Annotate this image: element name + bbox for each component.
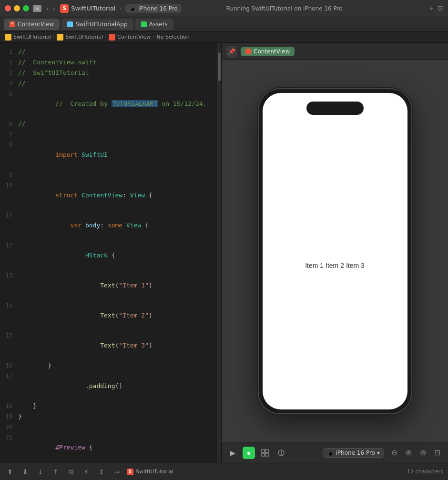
add-icon[interactable]: ＋ [428, 4, 435, 13]
nav-forward-button[interactable]: › [51, 5, 57, 12]
code-line: 4 // [0, 78, 221, 89]
code-line: 14 Text("Item 2") [0, 300, 221, 330]
zoom-reset-button[interactable]: ⊡ [431, 447, 443, 459]
editor-scrollbar[interactable] [217, 43, 221, 463]
code-line: 9 [0, 170, 221, 180]
play-button[interactable]: ▶ [226, 447, 239, 459]
bc-sep-1: › [53, 34, 55, 40]
minimize-button[interactable] [14, 5, 20, 11]
grid-view-button[interactable] [259, 447, 271, 459]
bc-group[interactable]: SwiftUITutorial [65, 34, 103, 40]
preview-title-label: ContentView [254, 48, 290, 55]
statusbar-right: 12 characters [407, 469, 443, 475]
preview-item-3: Item 3 [346, 262, 365, 269]
code-line: 19 } [0, 411, 221, 422]
code-line: 20 [0, 422, 221, 432]
tab-content-view[interactable]: S ContentView [4, 19, 60, 30]
iphone-screen: Item 1 Item 2 Item 3 [263, 93, 407, 409]
statusbar-left: ⬆ ⬇ ↓ ↑ ⊞ ⚡ ↕ → S SwiftUITutorial [5, 467, 173, 477]
status-icon-3[interactable]: ↓ [35, 467, 46, 477]
code-line: 16 } [0, 360, 221, 371]
scrollbar-thumb[interactable] [218, 52, 221, 81]
status-icon-6[interactable]: ⚡ [81, 467, 92, 477]
svg-rect-0 [262, 449, 265, 452]
bc-file-icon [109, 34, 115, 41]
code-line: 6 // [0, 119, 221, 129]
status-icon-1[interactable]: ⬆ [5, 467, 15, 477]
titlebar: ⊞ ‹ › S SwiftUITutorial › 📱 iPhone 16 Pr… [0, 0, 448, 17]
svg-rect-2 [262, 453, 265, 456]
zoom-out-button[interactable]: ⊖ [388, 447, 400, 459]
tab-assets[interactable]: Assets [135, 19, 173, 30]
device-icon: 📱 [129, 5, 136, 12]
iphone-frame: Item 1 Item 2 Item 3 [259, 89, 411, 413]
breadcrumb: SwiftUITutorial › SwiftUITutorial › Cont… [0, 31, 448, 43]
svg-rect-1 [265, 449, 268, 452]
zoom-in-button[interactable]: ⊕ [417, 447, 429, 459]
live-preview-button[interactable]: ● [243, 447, 255, 459]
preview-canvas: Item 1 Item 2 Item 3 [222, 60, 448, 442]
swift-icon: S [60, 4, 69, 13]
window-controls-icon[interactable]: ⊡ [438, 4, 443, 13]
code-line: 5 // Created by TUTORIALKART on 15/12/24… [0, 89, 221, 119]
code-line: 8 import SwiftUI [0, 140, 221, 170]
status-icon-5[interactable]: ⊞ [66, 467, 76, 477]
zoom-controls: ⊖ ⊕ ⊕ ⊡ [388, 447, 443, 459]
bc-group-icon [57, 34, 63, 41]
breadcrumb-sep: › [119, 5, 122, 12]
iphone-notch [306, 102, 364, 115]
tabbar: S ContentView SwiftUITutorialApp Assets [0, 17, 448, 31]
preview-panel: 📌 ContentView Item 1 Item 2 Item 3 [222, 43, 448, 463]
code-area: 1 // 2 // ContentView.swift 3 // SwiftUI… [0, 43, 221, 463]
code-line: 2 // ContentView.swift [0, 57, 221, 68]
code-line: 22 ContentView() [0, 462, 221, 463]
bc-sep-2: › [105, 34, 107, 40]
code-line: 15 Text("Item 3") [0, 330, 221, 360]
content-view-icon [245, 49, 251, 54]
swift-file-icon: S [10, 21, 15, 27]
close-button[interactable] [5, 5, 11, 11]
project-title: S SwiftUITutorial [60, 4, 115, 13]
code-editor[interactable]: 1 // 2 // ContentView.swift 3 // SwiftUI… [0, 43, 222, 463]
code-line: 12 HStack { [0, 240, 221, 270]
traffic-lights [5, 5, 29, 11]
code-line: 3 // SwiftUITutorial [0, 68, 221, 78]
device-selector[interactable]: 📱 iPhone 16 Pro ▾ [323, 448, 384, 458]
status-icon-7[interactable]: ↕ [96, 467, 107, 477]
phone-icon: 📱 [327, 449, 334, 456]
preview-item-2: Item 2 [326, 262, 344, 269]
sidebar-toggle-icon[interactable]: ⊞ [33, 5, 41, 12]
code-line: 11 var body: some View { [0, 210, 221, 240]
assets-icon [141, 21, 147, 27]
zoom-fit-button[interactable]: ⊕ [402, 447, 415, 459]
inspector-button[interactable] [275, 447, 287, 459]
preview-item-1: Item 1 [305, 262, 324, 269]
code-line: 7 [0, 129, 221, 140]
nav-back-button[interactable]: ‹ [45, 5, 51, 12]
code-line: 17 .padding() [0, 371, 221, 401]
status-icon-8[interactable]: → [112, 467, 122, 477]
svg-rect-6 [281, 452, 282, 455]
tab-app[interactable]: SwiftUITutorialApp [61, 19, 133, 30]
nav-arrows: ‹ › [45, 5, 56, 12]
code-line: 1 // [0, 47, 221, 57]
tab-content-view-label: ContentView [18, 21, 54, 28]
preview-bottombar: ▶ ● 📱 iPhone [222, 442, 448, 463]
preview-content: Item 1 Item 2 Item 3 [305, 262, 365, 269]
main-area: 1 // 2 // ContentView.swift 3 // SwiftUI… [0, 43, 448, 463]
status-icon-4[interactable]: ↑ [51, 467, 61, 477]
pin-button[interactable]: 📌 [226, 46, 237, 57]
code-line: 13 Text("Item 1") [0, 270, 221, 300]
bc-project[interactable]: SwiftUITutorial [13, 34, 51, 40]
project-folder-icon [5, 34, 11, 41]
code-line: 10 struct ContentView: View { [0, 180, 221, 210]
maximize-button[interactable] [23, 5, 29, 11]
statusbar: ⬆ ⬇ ↓ ↑ ⊞ ⚡ ↕ → S SwiftUITutorial 12 cha… [0, 463, 448, 480]
status-icon-2[interactable]: ⬇ [20, 467, 31, 477]
titlebar-controls: ＋ ⊡ [428, 4, 443, 13]
swift-app-icon [67, 21, 73, 27]
bc-sep-3: › [153, 34, 154, 40]
bc-file[interactable]: ContentView [117, 34, 151, 40]
svg-point-5 [281, 451, 282, 452]
svg-rect-3 [265, 453, 268, 456]
